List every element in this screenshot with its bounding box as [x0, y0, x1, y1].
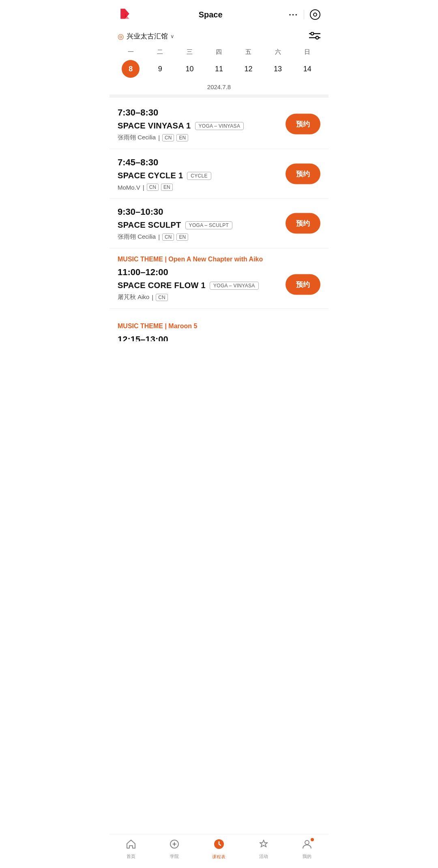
day-label-thu: 四	[204, 48, 234, 56]
instructor-row: MoMo.V | CN EN	[118, 184, 320, 191]
instructor-name: 张雨翎 Cecilia	[118, 134, 156, 141]
nav-item-schedule[interactable]: 课程表	[212, 838, 225, 860]
class-card: 7:30–8:30 SPACE VINYASA 1 YOGA – VINYASA…	[110, 99, 328, 149]
calendar-date-12[interactable]: 12	[234, 60, 263, 78]
location-bar: ◎ 兴业太古汇馆 ∨	[110, 28, 328, 45]
day-label-sat: 六	[263, 48, 293, 56]
separator-bar: |	[143, 184, 144, 191]
instructor-name: 张雨翎 Cecilia	[118, 233, 156, 241]
class-list: 7:30–8:30 SPACE VINYASA 1 YOGA – VINYASA…	[110, 99, 328, 374]
bottom-nav: 首页 学院 课程表 活动	[110, 834, 328, 868]
book-button[interactable]: 预约	[286, 163, 320, 184]
notification-badge	[311, 838, 314, 841]
star-icon	[258, 839, 269, 852]
instructor-row: 张雨翎 Cecilia | CN EN	[118, 134, 320, 141]
music-theme: MUSIC THEME | Maroon 5	[118, 315, 320, 334]
class-tag: CYCLE	[187, 172, 211, 180]
current-date-display: 2024.7.8	[110, 79, 328, 93]
nav-item-academy[interactable]: 学院	[169, 839, 180, 859]
class-tag: YOGA – SCULPT	[185, 221, 233, 229]
calendar-day-headers: 一 二 三 四 五 六 日	[116, 48, 322, 56]
calendar: 一 二 三 四 五 六 日 8 9 10 11 12 13 14	[110, 45, 328, 79]
class-name: SPACE CYCLE 1	[118, 171, 183, 180]
lang-en: EN	[176, 233, 188, 241]
filter-button[interactable]	[309, 32, 320, 41]
chevron-down-icon: ∨	[170, 33, 174, 39]
nav-label-schedule: 课程表	[212, 854, 225, 860]
separator-bar: |	[152, 294, 153, 301]
pin-icon: ◎	[118, 32, 124, 41]
header-actions: ···	[289, 9, 320, 20]
class-card: 9:30–10:30 SPACE SCULPT YOGA – SCULPT 张雨…	[110, 199, 328, 248]
clock-icon	[213, 838, 225, 852]
home-icon	[126, 839, 136, 852]
instructor-name: 屠芃秋 Aiko	[118, 293, 149, 301]
calendar-date-14[interactable]: 14	[292, 60, 322, 78]
nav-label-home: 首页	[127, 853, 135, 859]
class-name: SPACE CORE FLOW 1	[118, 281, 206, 290]
lang-cn: CN	[147, 184, 159, 191]
lang-en: EN	[161, 184, 173, 191]
calendar-date-11[interactable]: 11	[204, 60, 234, 78]
book-button[interactable]: 预约	[286, 114, 320, 135]
class-time: 12:15–13:00	[118, 334, 320, 342]
class-name: SPACE SCULPT	[118, 220, 181, 230]
lang-cn: CN	[162, 134, 174, 141]
nav-item-profile[interactable]: 我的	[302, 839, 312, 859]
nav-label-profile: 我的	[303, 853, 311, 859]
lang-cn: CN	[162, 233, 174, 241]
class-card: 7:45–8:30 SPACE CYCLE 1 CYCLE MoMo.V | C…	[110, 149, 328, 199]
calendar-dates: 8 9 10 11 12 13 14	[116, 60, 322, 78]
nav-label-academy: 学院	[170, 853, 179, 859]
logo	[118, 6, 132, 23]
separator-bar: |	[158, 134, 160, 141]
nav-label-activities: 活动	[259, 853, 268, 859]
class-tag: YOGA – VINYASA	[210, 282, 259, 290]
instructor-row: 张雨翎 Cecilia | CN EN	[118, 233, 320, 241]
day-label-wed: 三	[175, 48, 204, 56]
header: Space ···	[110, 0, 328, 28]
more-icon[interactable]: ···	[289, 10, 298, 19]
class-tag: YOGA – VINYASA	[195, 122, 244, 130]
class-card: MUSIC THEME | Open A New Chapter with Ai…	[110, 248, 328, 309]
divider	[304, 10, 304, 19]
svg-point-1	[311, 32, 314, 35]
class-card-partial: MUSIC THEME | Maroon 5 12:15–13:00	[110, 309, 328, 341]
day-label-sun: 日	[292, 48, 322, 56]
svg-point-6	[305, 840, 309, 844]
nav-item-home[interactable]: 首页	[126, 839, 136, 859]
lang-en: EN	[176, 134, 188, 141]
svg-point-3	[316, 36, 319, 39]
separator-bar: |	[158, 233, 160, 240]
day-label-tue: 二	[146, 48, 175, 56]
separator	[110, 94, 328, 98]
nav-item-activities[interactable]: 活动	[258, 839, 269, 859]
lang-cn: CN	[156, 294, 167, 301]
day-label-mon: 一	[116, 48, 146, 56]
calendar-date-9[interactable]: 9	[146, 60, 175, 78]
class-name: SPACE VINYASA 1	[118, 121, 191, 130]
day-label-fri: 五	[234, 48, 263, 56]
location-name: 兴业太古汇馆	[127, 32, 168, 41]
book-button[interactable]: 预约	[286, 213, 320, 234]
calendar-date-13[interactable]: 13	[263, 60, 293, 78]
music-theme: MUSIC THEME | Open A New Chapter with Ai…	[118, 248, 320, 267]
instructor-row: 屠芃秋 Aiko | CN	[118, 293, 320, 301]
calendar-date-10[interactable]: 10	[175, 60, 204, 78]
user-icon	[302, 839, 312, 852]
book-button[interactable]: 预约	[286, 274, 320, 295]
instructor-name: MoMo.V	[118, 184, 140, 191]
location-selector[interactable]: ◎ 兴业太古汇馆 ∨	[118, 32, 174, 41]
scan-icon[interactable]	[310, 9, 320, 20]
calendar-date-8[interactable]: 8	[122, 60, 140, 78]
page-title: Space	[199, 10, 223, 19]
compass-icon	[169, 839, 180, 852]
